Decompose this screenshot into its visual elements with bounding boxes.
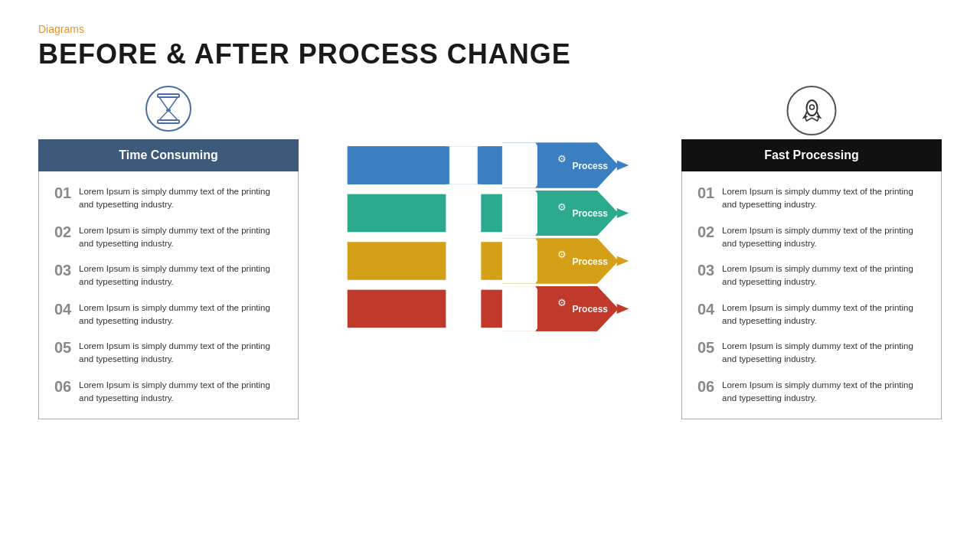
svg-rect-0 [158, 94, 179, 97]
middle-diagram: ⚙ Process ⚙ Process ⚙ Process [299, 139, 678, 403]
list-item: 02 Lorem Ipsum is simply dummy text of t… [694, 218, 929, 257]
svg-rect-29 [449, 290, 478, 328]
svg-rect-8 [502, 143, 537, 188]
list-item: 01 Lorem Ipsum is simply dummy text of t… [694, 179, 929, 218]
svg-rect-4 [348, 146, 446, 184]
hourglass-icon [145, 86, 191, 132]
svg-text:⚙: ⚙ [557, 201, 567, 213]
left-panel: Time Consuming 01 Lorem Ipsum is simply … [38, 139, 299, 419]
svg-rect-5 [449, 146, 478, 184]
list-item: 03 Lorem Ipsum is simply dummy text of t… [51, 256, 286, 295]
svg-text:Process: Process [573, 208, 609, 219]
svg-point-41 [809, 105, 814, 109]
list-item: 03 Lorem Ipsum is simply dummy text of t… [694, 256, 929, 295]
list-item: 02 Lorem Ipsum is simply dummy text of t… [51, 218, 286, 257]
svg-text:⚙: ⚙ [557, 249, 567, 260]
main-title: BEFORE & AFTER PROCESS CHANGE [38, 38, 942, 70]
svg-text:⚙: ⚙ [557, 153, 567, 165]
svg-point-40 [806, 100, 817, 116]
svg-text:Process: Process [573, 304, 609, 315]
left-list: 01 Lorem Ipsum is simply dummy text of t… [38, 171, 299, 419]
svg-rect-12 [348, 194, 446, 233]
svg-rect-21 [449, 242, 478, 280]
list-item: 04 Lorem Ipsum is simply dummy text of t… [694, 295, 929, 334]
right-panel: Fast Processing 01 Lorem Ipsum is simply… [681, 139, 942, 419]
svg-rect-24 [502, 239, 537, 284]
svg-text:⚙: ⚙ [557, 297, 567, 308]
svg-rect-16 [502, 191, 537, 236]
list-item: 05 Lorem Ipsum is simply dummy text of t… [51, 334, 286, 373]
svg-marker-37 [617, 208, 629, 218]
svg-text:Process: Process [573, 161, 609, 171]
svg-rect-13 [449, 194, 478, 233]
list-item: 04 Lorem Ipsum is simply dummy text of t… [51, 295, 286, 334]
right-header: Fast Processing [681, 139, 942, 171]
rocket-icon [787, 86, 837, 135]
list-item: 01 Lorem Ipsum is simply dummy text of t… [51, 179, 286, 218]
svg-point-2 [166, 109, 171, 112]
category-label: Diagrams [38, 23, 942, 35]
svg-rect-1 [158, 120, 179, 123]
list-item: 05 Lorem Ipsum is simply dummy text of t… [694, 334, 929, 373]
svg-rect-28 [348, 290, 446, 328]
left-header: Time Consuming [38, 139, 299, 171]
svg-marker-39 [617, 304, 629, 314]
svg-text:Process: Process [573, 256, 609, 267]
svg-marker-36 [617, 161, 629, 171]
right-list: 01 Lorem Ipsum is simply dummy text of t… [681, 171, 942, 419]
svg-rect-20 [348, 242, 446, 280]
list-item: 06 Lorem Ipsum is simply dummy text of t… [694, 373, 929, 412]
list-item: 06 Lorem Ipsum is simply dummy text of t… [51, 373, 286, 412]
svg-marker-38 [617, 256, 629, 266]
svg-rect-32 [502, 286, 537, 331]
